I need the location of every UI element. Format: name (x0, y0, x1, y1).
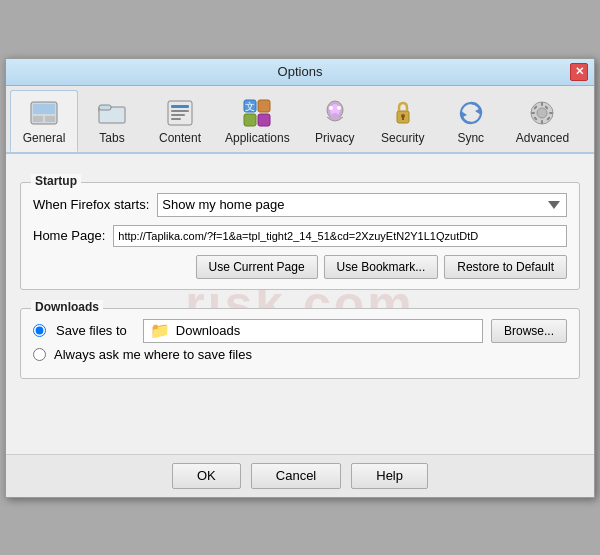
window-title: Options (30, 64, 570, 79)
downloads-path-display: 📁 Downloads (143, 319, 483, 343)
svg-rect-16 (258, 114, 270, 126)
save-files-radio[interactable] (33, 324, 46, 337)
always-ask-radio[interactable] (33, 348, 46, 361)
tab-security-label: Security (381, 131, 424, 145)
save-files-label: Save files to (56, 323, 127, 338)
tab-advanced-label: Advanced (516, 131, 569, 145)
svg-marker-27 (461, 111, 467, 118)
downloads-section-title: Downloads (31, 300, 103, 314)
home-page-row: Home Page: (33, 225, 567, 247)
always-ask-row: Always ask me where to save files (33, 347, 567, 362)
tab-privacy[interactable]: Privacy (301, 90, 369, 152)
bottom-bar: OK Cancel Help (6, 454, 594, 497)
tab-sync[interactable]: Sync (437, 90, 505, 152)
general-icon (28, 97, 60, 129)
svg-text:文: 文 (245, 101, 255, 112)
startup-section: Startup When Firefox starts: Show my hom… (20, 182, 580, 290)
svg-rect-15 (244, 114, 256, 126)
svg-rect-30 (541, 102, 543, 106)
tab-general-label: General (23, 131, 66, 145)
svg-rect-32 (531, 112, 535, 114)
svg-point-21 (332, 113, 338, 117)
svg-rect-10 (171, 114, 185, 116)
home-page-input[interactable] (113, 225, 567, 247)
svg-rect-6 (99, 105, 111, 110)
tab-security[interactable]: Security (369, 90, 437, 152)
always-ask-label: Always ask me where to save files (54, 347, 252, 362)
svg-rect-1 (33, 104, 55, 114)
svg-rect-3 (45, 116, 55, 122)
tab-advanced[interactable]: Advanced (505, 90, 580, 152)
tab-content-label: Content (159, 131, 201, 145)
tab-content[interactable]: Content (146, 90, 214, 152)
svg-point-29 (537, 108, 547, 118)
svg-rect-8 (171, 105, 189, 108)
downloads-section: Downloads Save files to 📁 Downloads Brow… (20, 308, 580, 379)
svg-rect-33 (549, 112, 553, 114)
tab-sync-label: Sync (457, 131, 484, 145)
help-button[interactable]: Help (351, 463, 428, 489)
svg-rect-14 (258, 100, 270, 112)
svg-rect-24 (402, 117, 404, 120)
close-button[interactable]: ✕ (570, 63, 588, 81)
tabs-icon (96, 97, 128, 129)
applications-icon: 文 (241, 97, 273, 129)
advanced-icon (526, 97, 558, 129)
use-bookmark-button[interactable]: Use Bookmark... (324, 255, 439, 279)
ok-button[interactable]: OK (172, 463, 241, 489)
privacy-icon (319, 97, 351, 129)
sync-icon (455, 97, 487, 129)
startup-section-title: Startup (31, 174, 81, 188)
content-icon (164, 97, 196, 129)
svg-rect-11 (171, 118, 181, 120)
tab-tabs-label: Tabs (99, 131, 124, 145)
folder-icon: 📁 (150, 321, 170, 340)
restore-to-default-button[interactable]: Restore to Default (444, 255, 567, 279)
svg-marker-26 (475, 108, 481, 115)
svg-rect-7 (168, 101, 192, 125)
tab-applications-label: Applications (225, 131, 290, 145)
security-icon (387, 97, 419, 129)
when-firefox-starts-select[interactable]: Show my home page (157, 193, 567, 217)
title-bar: Options ✕ (6, 59, 594, 86)
downloads-path-text: Downloads (176, 323, 240, 338)
when-firefox-starts-row: When Firefox starts: Show my home page (33, 193, 567, 217)
svg-rect-9 (171, 110, 189, 112)
tab-applications[interactable]: 文 Applications (214, 90, 301, 152)
svg-rect-31 (541, 120, 543, 124)
svg-rect-2 (33, 116, 43, 122)
when-firefox-starts-label: When Firefox starts: (33, 197, 149, 212)
options-window: Options ✕ General (5, 58, 595, 498)
home-page-label: Home Page: (33, 228, 105, 243)
tab-tabs[interactable]: Tabs (78, 90, 146, 152)
tab-general[interactable]: General (10, 90, 78, 152)
home-page-buttons: Use Current Page Use Bookmark... Restore… (33, 255, 567, 279)
use-current-page-button[interactable]: Use Current Page (196, 255, 318, 279)
cancel-button[interactable]: Cancel (251, 463, 341, 489)
svg-point-19 (329, 106, 333, 110)
svg-point-20 (337, 106, 341, 110)
save-files-row: Save files to 📁 Downloads Browse... (33, 319, 567, 343)
main-content: risk.com Startup When Firefox starts: Sh… (6, 154, 594, 454)
toolbar: General Tabs (6, 86, 594, 154)
tab-privacy-label: Privacy (315, 131, 354, 145)
browse-button[interactable]: Browse... (491, 319, 567, 343)
